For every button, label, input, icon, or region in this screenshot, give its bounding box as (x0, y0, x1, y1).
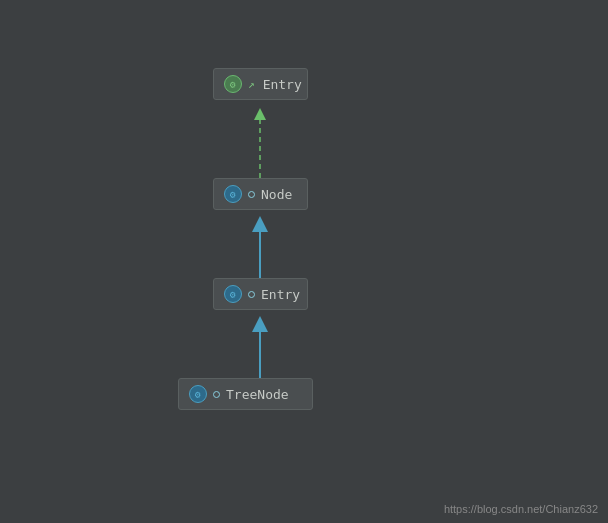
node-middle-dot (248, 191, 255, 198)
entry-bottom-dot (248, 291, 255, 298)
node-entry-top: ⚙ ↗ Entry (213, 68, 308, 100)
node-node-middle: ⚙ Node (213, 178, 308, 210)
node-middle-label: Node (261, 187, 292, 202)
entry-bottom-label: Entry (261, 287, 300, 302)
entry-top-arrow: ↗ (248, 78, 255, 91)
node-middle-icon: ⚙ (224, 185, 242, 203)
diagram-canvas: ⚙ ↗ Entry ⚙ Node ⚙ Entry ⚙ TreeNode http… (0, 0, 608, 523)
entry-top-label: Entry (263, 77, 302, 92)
node-entry-bottom: ⚙ Entry (213, 278, 308, 310)
watermark: https://blog.csdn.net/Chianz632 (444, 503, 598, 515)
entry-top-icon: ⚙ (224, 75, 242, 93)
treenode-icon: ⚙ (189, 385, 207, 403)
treenode-dot (213, 391, 220, 398)
entry-bottom-icon: ⚙ (224, 285, 242, 303)
node-treenode: ⚙ TreeNode (178, 378, 313, 410)
treenode-label: TreeNode (226, 387, 289, 402)
